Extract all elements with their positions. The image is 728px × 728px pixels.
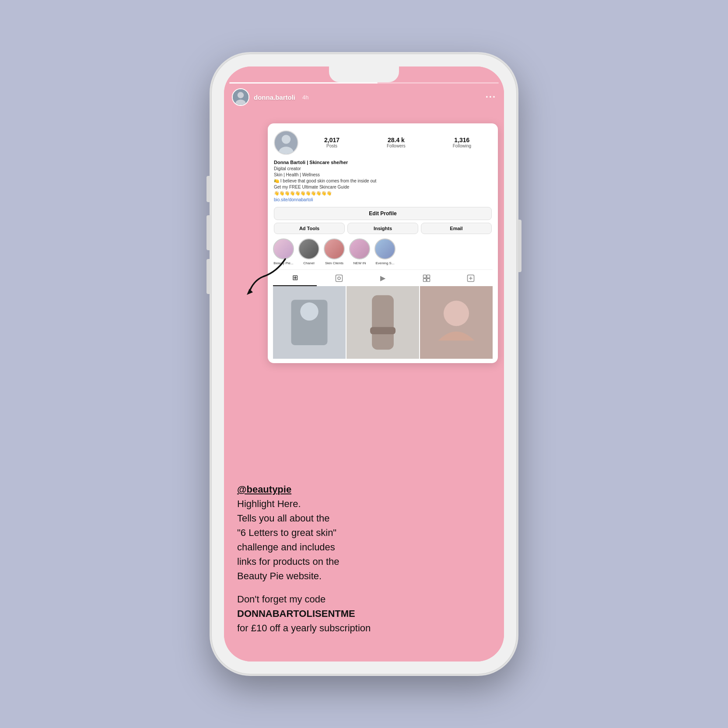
profile-card: 2,017 Posts 28.4 k Followers 1,316 Follo… bbox=[268, 123, 498, 363]
ad-tools-button[interactable]: Ad Tools bbox=[274, 223, 345, 234]
annotation-line8: Don't forget my code bbox=[237, 594, 326, 605]
highlight-circle-chanel bbox=[298, 238, 319, 259]
collab-tab-icon[interactable] bbox=[449, 270, 493, 286]
stat-followers: 28.4 k Followers bbox=[387, 136, 406, 149]
profile-link[interactable]: bio.site/donnabartoli bbox=[274, 196, 492, 203]
highlight-circle-skin bbox=[324, 238, 345, 259]
tagged-tab-icon[interactable] bbox=[405, 270, 448, 286]
profile-name: Donna Bartoli | Skincare she/her bbox=[274, 159, 492, 166]
highlight-circle-evening bbox=[374, 238, 396, 259]
promo-code: DONNABARTOLISENTME bbox=[237, 608, 355, 619]
story-time: 4h bbox=[302, 94, 308, 101]
followers-count: 28.4 k bbox=[387, 136, 406, 144]
svg-rect-18 bbox=[370, 327, 396, 335]
svg-point-7 bbox=[338, 277, 340, 280]
highlight-label-skin: Skin Clients bbox=[325, 261, 343, 265]
followers-label: Followers bbox=[387, 144, 406, 149]
phone-notch bbox=[329, 66, 399, 82]
profile-bio-line1: Skin | Health | Wellness bbox=[274, 172, 492, 178]
profile-card-header: 2,017 Posts 28.4 k Followers 1,316 Follo… bbox=[274, 130, 492, 155]
svg-rect-6 bbox=[336, 275, 342, 281]
edit-profile-button[interactable]: Edit Profile bbox=[274, 207, 492, 220]
action-buttons-row: Ad Tools Insights Email bbox=[274, 223, 492, 234]
power-button bbox=[518, 220, 522, 272]
svg-rect-8 bbox=[424, 275, 427, 278]
volume-down-button bbox=[206, 259, 210, 294]
annotation-line5: links for products on the bbox=[237, 556, 340, 567]
annotation-line3: "6 Letters to great skin" bbox=[237, 527, 336, 538]
photo-grid bbox=[273, 286, 493, 359]
beauty-pie-handle: @beautypie bbox=[237, 483, 495, 497]
annotation-body: Highlight Here. Tells you all about the … bbox=[237, 497, 495, 583]
highlights-row: Beauty Pie... Chanel Skin Clients N bbox=[273, 238, 493, 265]
phone-body: donna.bartoli 4h ··· bbox=[211, 53, 517, 675]
highlight-item-newin[interactable]: NEW IN bbox=[349, 238, 370, 265]
mute-button bbox=[206, 176, 210, 202]
svg-point-1 bbox=[238, 92, 244, 98]
arrow-annotation bbox=[237, 250, 294, 307]
highlight-item-evening[interactable]: Evening S... bbox=[374, 238, 396, 265]
highlight-label-evening: Evening S... bbox=[375, 261, 394, 265]
following-count: 1,316 bbox=[453, 136, 471, 144]
profile-tabs-row: ⊞ ▶ bbox=[273, 270, 493, 286]
story-progress-fill bbox=[229, 82, 378, 84]
photo-cell-2[interactable] bbox=[346, 286, 419, 359]
phone-frame: donna.bartoli 4h ··· bbox=[211, 53, 517, 675]
svg-point-20 bbox=[444, 301, 469, 326]
annotation-line1: Highlight Here. bbox=[237, 498, 301, 509]
svg-rect-9 bbox=[427, 275, 430, 278]
svg-point-4 bbox=[282, 135, 290, 144]
stat-posts: 2,017 Posts bbox=[324, 136, 340, 149]
photo-cell-3[interactable] bbox=[420, 286, 493, 359]
story-content: donna.bartoli 4h ··· bbox=[224, 66, 504, 662]
reels-tab-icon[interactable]: ▶ bbox=[361, 270, 405, 286]
annotation-line2: Tells you all about the bbox=[237, 513, 330, 524]
insights-button[interactable]: Insights bbox=[347, 223, 418, 234]
phone-screen: donna.bartoli 4h ··· bbox=[224, 66, 504, 662]
profile-card-avatar bbox=[274, 130, 298, 155]
profile-stats: 2,017 Posts 28.4 k Followers 1,316 Follo… bbox=[304, 136, 492, 149]
highlight-item-chanel[interactable]: Chanel bbox=[298, 238, 319, 265]
posts-count: 2,017 bbox=[324, 136, 340, 144]
svg-rect-11 bbox=[427, 279, 430, 282]
highlight-label-newin: NEW IN bbox=[354, 261, 366, 265]
following-label: Following bbox=[453, 144, 471, 149]
profile-bio-line3: Get my FREE Ultimate Skincare Guide bbox=[274, 184, 492, 190]
annotation-code-block: Don't forget my code DONNABARTOLISENTME … bbox=[237, 592, 495, 635]
profile-emoji-row: 👋👋👋👋👋👋👋👋👋👋👋 bbox=[274, 190, 492, 196]
posts-label: Posts bbox=[324, 144, 340, 149]
highlight-circle-newin bbox=[349, 238, 370, 259]
volume-up-button bbox=[206, 215, 210, 250]
profile-bio-line2: 🍋 I believe that good skin comes from th… bbox=[274, 178, 492, 184]
email-button[interactable]: Email bbox=[421, 223, 492, 234]
svg-rect-10 bbox=[424, 279, 427, 282]
highlight-label-chanel: Chanel bbox=[303, 261, 314, 265]
story-progress-bar bbox=[229, 82, 499, 84]
story-avatar[interactable] bbox=[232, 88, 249, 106]
reels-preview-tab-icon[interactable] bbox=[317, 270, 360, 286]
svg-rect-17 bbox=[372, 295, 394, 350]
annotation-line6: Beauty Pie website. bbox=[237, 570, 322, 581]
more-options-icon[interactable]: ··· bbox=[486, 91, 496, 103]
svg-point-15 bbox=[300, 303, 318, 321]
annotation-line4: challenge and includes bbox=[237, 542, 335, 553]
story-username: donna.bartoli bbox=[254, 94, 295, 101]
annotation-text-block: @beautypie Highlight Here. Tells you all… bbox=[237, 483, 495, 635]
profile-bio-title: Digital creator bbox=[274, 166, 492, 172]
stat-following: 1,316 Following bbox=[453, 136, 471, 149]
annotation-line9: for £10 off a yearly subscription bbox=[237, 623, 371, 634]
highlight-item-skin[interactable]: Skin Clients bbox=[324, 238, 345, 265]
